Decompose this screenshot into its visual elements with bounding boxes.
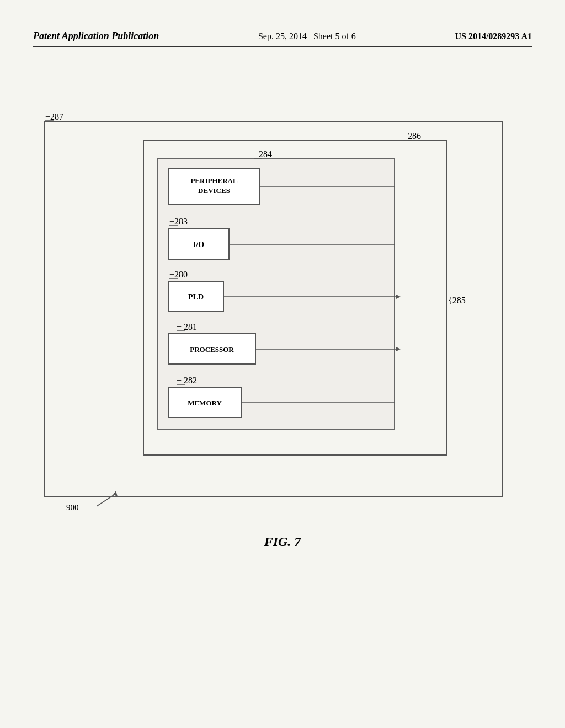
pld-arrow xyxy=(396,295,401,299)
label-285: {285 xyxy=(448,296,466,305)
label-284: −284 xyxy=(254,149,272,159)
label-281: − 281 xyxy=(177,322,197,331)
peripheral-devices-label-line1: PERIPHERAL xyxy=(190,176,238,185)
header: Patent Application Publication Sep. 25, … xyxy=(33,30,532,47)
sheet-info: Sheet 5 of 6 xyxy=(313,31,356,41)
label-286: −286 xyxy=(403,131,421,141)
publication-date: Sep. 25, 2014 xyxy=(258,31,307,41)
arrow-900-line xyxy=(97,494,116,506)
peripheral-devices-label-line2: DEVICES xyxy=(198,186,230,195)
figure-caption: FIG. 7 xyxy=(264,534,302,549)
diagram-svg: −287 −286 −284 PERIPHERAL DEVICES −283 I… xyxy=(0,61,565,722)
arrow-900-head xyxy=(113,491,118,496)
patent-number: US 2014/0289293 A1 xyxy=(455,31,532,41)
label-900: 900 — xyxy=(66,503,89,512)
label-283: −283 xyxy=(169,217,188,226)
label-282: − 282 xyxy=(177,376,197,385)
page: Patent Application Publication Sep. 25, … xyxy=(0,0,565,728)
label-287: −287 xyxy=(45,112,63,121)
io-label: I/O xyxy=(193,240,204,249)
processor-label: PROCESSOR xyxy=(190,345,234,354)
label-280: −280 xyxy=(169,270,188,279)
pld-label: PLD xyxy=(188,293,204,301)
header-date-sheet: Sep. 25, 2014 Sheet 5 of 6 xyxy=(258,31,356,41)
patent-publication-label: Patent Application Publication xyxy=(33,30,159,42)
processor-arrow xyxy=(396,347,401,351)
memory-label: MEMORY xyxy=(188,399,222,407)
